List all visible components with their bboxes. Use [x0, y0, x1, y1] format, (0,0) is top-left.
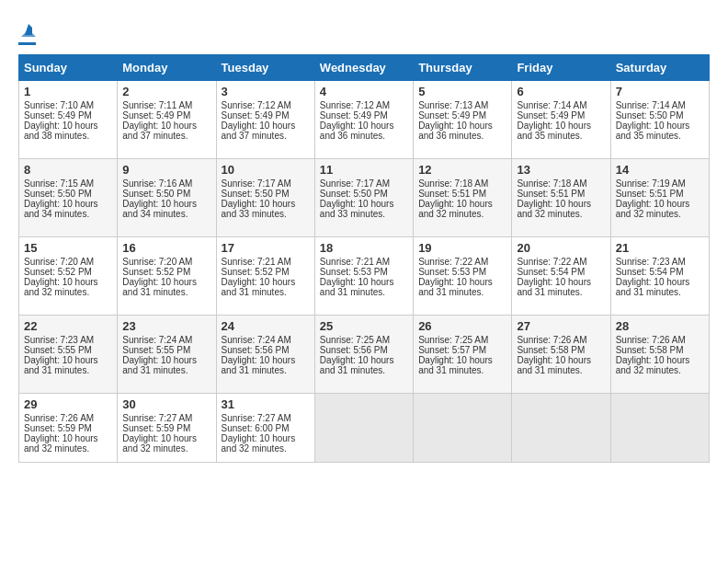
- sunset-text: Sunset: 5:57 PM: [418, 345, 486, 355]
- calendar-cell: 22Sunrise: 7:23 AMSunset: 5:55 PMDayligh…: [19, 316, 118, 394]
- sunset-text: Sunset: 5:51 PM: [517, 189, 585, 199]
- logo-icon: [21, 22, 36, 37]
- sunset-text: Sunset: 5:49 PM: [320, 110, 388, 121]
- day-number: 26: [418, 319, 506, 333]
- sunset-text: Sunset: 5:50 PM: [222, 189, 290, 199]
- calendar: SundayMondayTuesdayWednesdayThursdayFrid…: [18, 54, 710, 463]
- calendar-cell: 29Sunrise: 7:26 AMSunset: 5:59 PMDayligh…: [19, 394, 118, 463]
- day-number: 14: [616, 163, 704, 177]
- calendar-cell: 31Sunrise: 7:27 AMSunset: 6:00 PMDayligh…: [216, 394, 314, 463]
- sunrise-text: Sunrise: 7:24 AM: [222, 335, 291, 345]
- calendar-cell: 16Sunrise: 7:20 AMSunset: 5:52 PMDayligh…: [118, 237, 216, 316]
- day-header-wednesday: Wednesday: [314, 55, 413, 81]
- day-header-thursday: Thursday: [414, 55, 512, 81]
- sunrise-text: Sunrise: 7:21 AM: [222, 257, 291, 267]
- sunrise-text: Sunrise: 7:20 AM: [24, 257, 94, 267]
- day-number: 24: [222, 319, 310, 333]
- daylight-text: Daylight: 10 hoursand 31 minutes.: [222, 355, 296, 375]
- daylight-text: Daylight: 10 hoursand 31 minutes.: [616, 277, 690, 297]
- calendar-cell: 26Sunrise: 7:25 AMSunset: 5:57 PMDayligh…: [414, 316, 512, 394]
- logo-underline: [18, 42, 36, 45]
- daylight-text: Daylight: 10 hoursand 31 minutes.: [418, 277, 493, 297]
- day-number: 4: [320, 85, 408, 98]
- daylight-text: Daylight: 10 hoursand 31 minutes.: [122, 355, 197, 375]
- day-number: 18: [320, 241, 408, 255]
- daylight-text: Daylight: 10 hoursand 31 minutes.: [222, 277, 296, 297]
- day-header-friday: Friday: [512, 55, 610, 81]
- daylight-text: Daylight: 10 hoursand 35 minutes.: [517, 121, 591, 141]
- sunrise-text: Sunrise: 7:26 AM: [24, 413, 94, 423]
- daylight-text: Daylight: 10 hoursand 31 minutes.: [320, 277, 394, 297]
- daylight-text: Daylight: 10 hoursand 31 minutes.: [517, 355, 591, 375]
- sunset-text: Sunset: 5:50 PM: [122, 189, 190, 199]
- calendar-cell: 1Sunrise: 7:10 AMSunset: 5:49 PMDaylight…: [19, 81, 118, 159]
- sunrise-text: Sunrise: 7:15 AM: [24, 178, 94, 189]
- calendar-cell: [512, 394, 610, 463]
- sunset-text: Sunset: 5:58 PM: [616, 345, 684, 355]
- calendar-cell: [610, 394, 709, 463]
- calendar-cell: 24Sunrise: 7:24 AMSunset: 5:56 PMDayligh…: [216, 316, 314, 394]
- sunrise-text: Sunrise: 7:12 AM: [222, 100, 291, 110]
- sunrise-text: Sunrise: 7:17 AM: [320, 178, 390, 189]
- sunset-text: Sunset: 5:50 PM: [320, 189, 388, 199]
- day-number: 25: [320, 319, 408, 333]
- daylight-text: Daylight: 10 hoursand 36 minutes.: [418, 121, 493, 141]
- sunrise-text: Sunrise: 7:27 AM: [222, 413, 291, 423]
- day-number: 13: [517, 163, 605, 177]
- day-number: 8: [24, 163, 112, 177]
- calendar-cell: 7Sunrise: 7:14 AMSunset: 5:50 PMDaylight…: [610, 81, 709, 159]
- sunset-text: Sunset: 5:50 PM: [24, 189, 92, 199]
- daylight-text: Daylight: 10 hoursand 32 minutes.: [222, 433, 296, 454]
- calendar-cell: 2Sunrise: 7:11 AMSunset: 5:49 PMDaylight…: [118, 81, 216, 159]
- daylight-text: Daylight: 10 hoursand 31 minutes.: [320, 355, 394, 375]
- sunset-text: Sunset: 5:59 PM: [24, 423, 92, 433]
- sunset-text: Sunset: 5:50 PM: [616, 110, 684, 121]
- day-number: 19: [418, 241, 506, 255]
- daylight-text: Daylight: 10 hoursand 32 minutes.: [616, 355, 690, 375]
- day-number: 3: [222, 85, 310, 98]
- sunrise-text: Sunrise: 7:14 AM: [517, 100, 586, 110]
- sunset-text: Sunset: 5:54 PM: [517, 267, 585, 277]
- sunset-text: Sunset: 6:00 PM: [222, 423, 290, 433]
- calendar-week-row: 29Sunrise: 7:26 AMSunset: 5:59 PMDayligh…: [19, 394, 710, 463]
- sunrise-text: Sunrise: 7:16 AM: [122, 178, 192, 189]
- daylight-text: Daylight: 10 hoursand 35 minutes.: [616, 121, 690, 141]
- daylight-text: Daylight: 10 hoursand 32 minutes.: [517, 199, 591, 219]
- sunset-text: Sunset: 5:49 PM: [222, 110, 290, 121]
- sunrise-text: Sunrise: 7:10 AM: [24, 100, 94, 110]
- calendar-cell: 4Sunrise: 7:12 AMSunset: 5:49 PMDaylight…: [314, 81, 413, 159]
- logo: [18, 18, 36, 45]
- calendar-cell: [414, 394, 512, 463]
- day-number: 20: [517, 241, 605, 255]
- daylight-text: Daylight: 10 hoursand 31 minutes.: [24, 355, 98, 375]
- daylight-text: Daylight: 10 hoursand 36 minutes.: [320, 121, 394, 141]
- sunset-text: Sunset: 5:59 PM: [122, 423, 190, 433]
- sunrise-text: Sunrise: 7:24 AM: [122, 335, 192, 345]
- calendar-cell: 10Sunrise: 7:17 AMSunset: 5:50 PMDayligh…: [216, 159, 314, 237]
- day-header-sunday: Sunday: [19, 55, 118, 81]
- sunrise-text: Sunrise: 7:19 AM: [616, 178, 686, 189]
- calendar-cell: 19Sunrise: 7:22 AMSunset: 5:53 PMDayligh…: [414, 237, 512, 316]
- sunset-text: Sunset: 5:49 PM: [418, 110, 486, 121]
- calendar-cell: 8Sunrise: 7:15 AMSunset: 5:50 PMDaylight…: [19, 159, 118, 237]
- calendar-week-row: 1Sunrise: 7:10 AMSunset: 5:49 PMDaylight…: [19, 81, 710, 159]
- calendar-week-row: 15Sunrise: 7:20 AMSunset: 5:52 PMDayligh…: [19, 237, 710, 316]
- sunset-text: Sunset: 5:53 PM: [418, 267, 486, 277]
- calendar-cell: 30Sunrise: 7:27 AMSunset: 5:59 PMDayligh…: [118, 394, 216, 463]
- sunrise-text: Sunrise: 7:22 AM: [418, 257, 488, 267]
- sunrise-text: Sunrise: 7:26 AM: [616, 335, 686, 345]
- calendar-cell: 5Sunrise: 7:13 AMSunset: 5:49 PMDaylight…: [414, 81, 512, 159]
- daylight-text: Daylight: 10 hoursand 37 minutes.: [222, 121, 296, 141]
- calendar-cell: 6Sunrise: 7:14 AMSunset: 5:49 PMDaylight…: [512, 81, 610, 159]
- day-number: 27: [517, 319, 605, 333]
- sunrise-text: Sunrise: 7:25 AM: [320, 335, 390, 345]
- day-header-tuesday: Tuesday: [216, 55, 314, 81]
- daylight-text: Daylight: 10 hoursand 38 minutes.: [24, 121, 98, 141]
- sunrise-text: Sunrise: 7:27 AM: [122, 413, 192, 423]
- sunset-text: Sunset: 5:56 PM: [222, 345, 290, 355]
- svg-marker-1: [21, 29, 36, 37]
- sunset-text: Sunset: 5:52 PM: [122, 267, 190, 277]
- sunrise-text: Sunrise: 7:20 AM: [122, 257, 192, 267]
- sunset-text: Sunset: 5:52 PM: [222, 267, 290, 277]
- sunrise-text: Sunrise: 7:26 AM: [517, 335, 586, 345]
